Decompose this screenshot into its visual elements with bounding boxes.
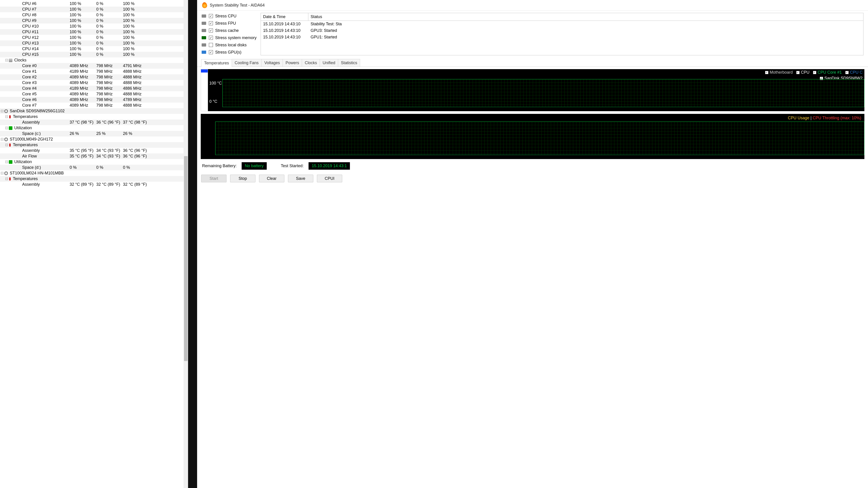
tab-powers[interactable]: Powers xyxy=(283,59,302,67)
expander-icon[interactable]: − xyxy=(5,127,8,129)
table-row[interactable]: Core #74089 MHz798 MHz4888 MHz xyxy=(0,103,188,108)
cell: 4089 MHz xyxy=(69,103,95,108)
stress-option[interactable]: ✓Stress GPU(s) xyxy=(202,49,256,55)
cell: 4089 MHz xyxy=(69,92,95,96)
scrollbar[interactable] xyxy=(184,0,188,488)
legend-check[interactable]: ✓ xyxy=(813,71,816,74)
window-border xyxy=(188,0,197,488)
started-label: Test Started: xyxy=(281,164,304,168)
row-label: Core #3 xyxy=(22,80,37,85)
grid xyxy=(222,79,864,107)
legend-item[interactable]: ✓Motherboard xyxy=(765,70,793,75)
cpui-button[interactable]: CPUI xyxy=(317,175,342,182)
table-row[interactable]: CPU #6100 %0 %100 % xyxy=(0,1,188,6)
stress-option[interactable]: ✓Stress cache xyxy=(202,27,256,34)
stop-button[interactable]: Stop xyxy=(230,175,255,182)
cell: 35 °C (95 °F) xyxy=(69,148,95,153)
table-row[interactable]: CPU #9100 %0 %100 % xyxy=(0,18,188,24)
table-row[interactable]: CPU #11100 %0 %100 % xyxy=(0,29,188,35)
legend-item[interactable]: ✓CPU C xyxy=(845,70,863,75)
tab-cooling-fans[interactable]: Cooling Fans xyxy=(232,59,261,67)
tab-temperatures[interactable]: Temperatures xyxy=(201,59,232,67)
stress-option[interactable]: ✓Stress FPU xyxy=(202,20,256,26)
log-row[interactable]: 15.10.2019 14:43:10GPU3: Started xyxy=(261,27,863,34)
save-button[interactable]: Save xyxy=(288,175,313,182)
table-row[interactable]: −Utilization xyxy=(0,159,188,165)
scrollbar-thumb[interactable] xyxy=(184,156,188,361)
expander-icon[interactable]: − xyxy=(5,59,8,61)
table-row[interactable]: Assembly32 °C (89 °F)32 °C (89 °F)32 °C … xyxy=(0,182,188,187)
table-row[interactable]: CPU #12100 %0 %100 % xyxy=(0,35,188,40)
disk-icon xyxy=(4,109,8,113)
table-row[interactable]: −SanDisk SD9SN8W256G1102 xyxy=(0,108,188,114)
expander-icon[interactable]: − xyxy=(5,116,8,118)
clear-button[interactable]: Clear xyxy=(259,175,284,182)
cell: 0 % xyxy=(95,7,122,12)
tab-clocks[interactable]: Clocks xyxy=(302,59,320,67)
log-row[interactable]: 15.10.2019 14:43:10GPU1: Started xyxy=(261,34,863,40)
table-row[interactable]: Core #44189 MHz798 MHz4886 MHz xyxy=(0,86,188,91)
table-row[interactable]: Air Flow35 °C (95 °F)34 °C (93 °F)36 °C … xyxy=(0,153,188,159)
table-row[interactable]: CPU #8100 %0 %100 % xyxy=(0,12,188,18)
checkbox[interactable]: ✓ xyxy=(209,36,213,40)
tab-unified[interactable]: Unified xyxy=(320,59,338,67)
checkbox[interactable] xyxy=(209,43,213,47)
cell: 4791 MHz xyxy=(122,64,154,68)
graph-tabs: TemperaturesCooling FansVoltagesPowersCl… xyxy=(197,59,868,67)
legend-item[interactable]: ✓CPU xyxy=(796,70,809,75)
table-row[interactable]: Space (c:)26 %25 %26 % xyxy=(0,131,188,136)
legend-check[interactable]: ✓ xyxy=(765,71,768,74)
expander-icon[interactable]: − xyxy=(5,161,8,163)
cell: 37 °C (98 °F) xyxy=(122,120,154,125)
table-row[interactable]: Core #14189 MHz798 MHz4888 MHz xyxy=(0,69,188,74)
table-row[interactable]: Assembly37 °C (98 °F)36 °C (96 °F)37 °C … xyxy=(0,120,188,125)
table-row[interactable]: Space (d:)0 %0 %0 % xyxy=(0,165,188,170)
expander-icon[interactable]: − xyxy=(1,172,3,174)
table-row[interactable]: CPU #10100 %0 %100 % xyxy=(0,24,188,29)
table-row[interactable]: Core #54089 MHz798 MHz4888 MHz xyxy=(0,91,188,97)
stress-option[interactable]: Stress local disks xyxy=(202,42,256,48)
table-row[interactable]: Core #24089 MHz798 MHz4888 MHz xyxy=(0,74,188,80)
table-row[interactable]: −Temperatures xyxy=(0,176,188,182)
disk-icon xyxy=(4,171,8,175)
expander-icon[interactable]: − xyxy=(5,144,8,146)
cell: 0 % xyxy=(95,41,122,46)
row-label: Utilization xyxy=(14,126,32,130)
table-row[interactable]: CPU #14100 %0 %100 % xyxy=(0,46,188,52)
log-row[interactable]: 15.10.2019 14:43:10Stability Test: Sta xyxy=(261,21,863,27)
row-label: Temperatures xyxy=(13,114,38,119)
expander-icon[interactable]: − xyxy=(1,138,3,140)
table-row[interactable]: −Utilization xyxy=(0,125,188,131)
table-row[interactable]: −ST1000LM024 HN-M101MBB xyxy=(0,170,188,176)
table-row[interactable]: CPU #15100 %0 %100 % xyxy=(0,52,188,57)
table-row[interactable]: Core #64089 MHz798 MHz4789 MHz xyxy=(0,97,188,103)
tab-statistics[interactable]: Statistics xyxy=(338,59,360,67)
checkbox[interactable]: ✓ xyxy=(209,14,213,18)
hw-icon xyxy=(202,51,206,54)
expander-icon[interactable]: − xyxy=(1,110,3,112)
table-row[interactable]: −Clocks xyxy=(0,57,188,63)
legend-check[interactable]: ✓ xyxy=(845,71,848,74)
hw-icon xyxy=(202,29,206,32)
legend-item[interactable]: ✓CPU Core #1 xyxy=(813,70,842,75)
tab-voltages[interactable]: Voltages xyxy=(261,59,283,67)
stress-option[interactable]: ✓Stress CPU xyxy=(202,13,256,19)
table-row[interactable]: Assembly35 °C (95 °F)34 °C (93 °F)36 °C … xyxy=(0,148,188,153)
cell: 100 % xyxy=(69,1,95,6)
graph-strip[interactable] xyxy=(201,69,208,111)
checkbox[interactable]: ✓ xyxy=(209,21,213,25)
expander-icon[interactable]: − xyxy=(5,177,8,180)
table-row[interactable]: −Temperatures xyxy=(0,142,188,148)
table-row[interactable]: −Temperatures xyxy=(0,114,188,120)
table-row[interactable]: CPU #7100 %0 %100 % xyxy=(0,6,188,12)
checkbox[interactable]: ✓ xyxy=(209,50,213,54)
table-row[interactable]: −ST1000LM049-2GH172 xyxy=(0,136,188,142)
cell: 4888 MHz xyxy=(122,103,154,108)
row-label: ST1000LM024 HN-M101MBB xyxy=(10,171,64,175)
table-row[interactable]: Core #34089 MHz798 MHz4888 MHz xyxy=(0,80,188,86)
stress-option[interactable]: ✓Stress system memory xyxy=(202,35,256,41)
legend-check[interactable]: ✓ xyxy=(796,71,800,74)
table-row[interactable]: Core #04089 MHz798 MHz4791 MHz xyxy=(0,63,188,69)
checkbox[interactable]: ✓ xyxy=(209,29,213,33)
table-row[interactable]: CPU #13100 %0 %100 % xyxy=(0,40,188,46)
